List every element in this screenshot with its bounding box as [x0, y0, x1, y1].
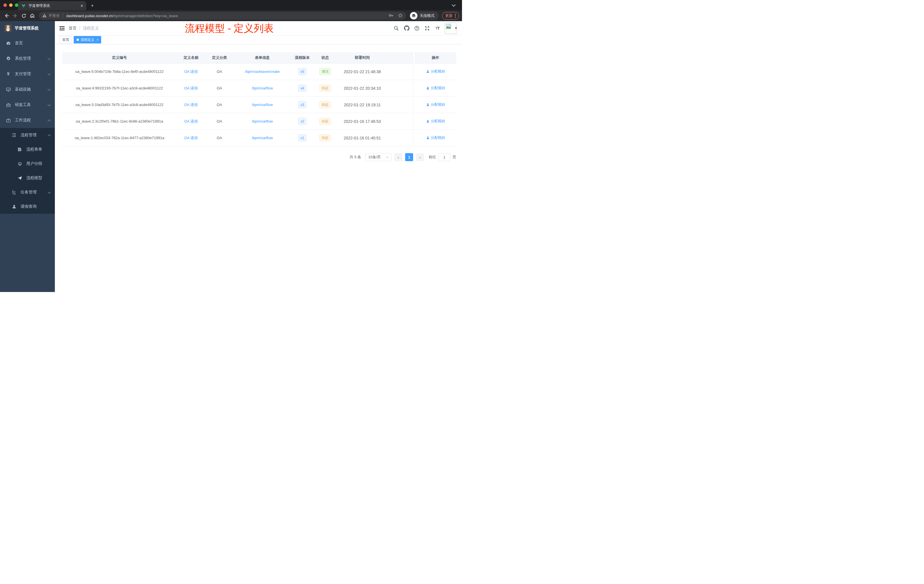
update-button[interactable]: 更新	[442, 12, 459, 20]
sidebar-item-label: 基础设施	[15, 87, 43, 92]
current-page-button[interactable]: 1	[405, 153, 413, 161]
table-header-row: 定义编号 定义名称 定义分类 表单信息 流程版本 状态 部署时间 操作	[62, 52, 456, 63]
avatar-caret-icon[interactable]: ▼	[455, 26, 457, 30]
tag-close-icon[interactable]: ×	[97, 38, 98, 41]
sidebar-item-user-group[interactable]: 用户分组	[0, 157, 55, 171]
form-link[interactable]: /bpm/oa/flow	[252, 102, 273, 107]
definition-name-link[interactable]: OA 请假	[184, 69, 198, 74]
sidebar-item-process-mgmt[interactable]: 流程管理	[0, 128, 55, 142]
tab-close-icon[interactable]: ✕	[80, 4, 83, 8]
cell-form-info: /bpm/oa/flow	[234, 113, 291, 130]
bookmark-star-icon[interactable]	[398, 13, 403, 18]
sidebar-item-devtools[interactable]: 研发工具	[0, 97, 55, 112]
sidebar-logo[interactable]: 芋道管理系统	[0, 21, 55, 35]
version-badge: v4	[298, 84, 307, 92]
forward-icon[interactable]	[12, 12, 19, 20]
back-icon[interactable]	[3, 12, 10, 20]
cell-version: v1	[291, 130, 314, 146]
sidebar-item-label: 请假查询	[21, 204, 51, 209]
sidebar-toggle-icon[interactable]	[59, 26, 64, 31]
form-link[interactable]: /bpm/oa/flow	[252, 86, 273, 90]
pagination-total: 共 5 条	[350, 155, 361, 160]
new-tab-button[interactable]: +	[89, 2, 96, 10]
sidebar-item-label: 流程模型	[26, 175, 51, 181]
form-icon	[17, 147, 22, 152]
chevron-down-icon	[48, 190, 51, 195]
fullscreen-icon[interactable]	[424, 25, 430, 31]
sidebar-item-label: 研发工具	[15, 102, 43, 107]
tab-search-chevron-icon[interactable]	[452, 3, 456, 8]
sidebar-item-task-mgmt[interactable]: 任务管理	[0, 185, 55, 200]
key-icon[interactable]	[389, 13, 393, 18]
browser-tab[interactable]: 芋道管理系统 ✕	[18, 1, 86, 10]
sidebar-item-payment[interactable]: ¥ 支付管理	[0, 66, 55, 82]
reload-icon[interactable]	[20, 12, 27, 20]
tab-title: 芋道管理系统	[28, 3, 78, 8]
briefcase-icon	[6, 118, 11, 123]
assign-rule-button[interactable]: 分配规则	[426, 69, 445, 74]
home-icon[interactable]	[28, 12, 36, 20]
tag-label: 首页	[62, 38, 69, 42]
chevron-down-icon	[48, 102, 51, 107]
content: 定义编号 定义名称 定义分类 表单信息 流程版本 状态 部署时间 操作 oa_	[55, 44, 462, 292]
form-link[interactable]: /bpm/oa/leave/create	[245, 69, 279, 74]
chevron-up-icon	[48, 118, 51, 122]
font-size-icon[interactable]: TT	[435, 25, 440, 31]
sidebar-item-system[interactable]: 系统管理	[0, 51, 55, 66]
breadcrumb-home[interactable]: 首页	[69, 26, 77, 31]
workflow-submenu: 流程管理 流程表单 用户分组	[0, 128, 55, 214]
col-header-version: 流程版本	[291, 52, 314, 63]
next-page-button[interactable]: ›	[416, 153, 424, 161]
tag-home[interactable]: 首页	[59, 36, 72, 43]
breadcrumb: 首页 / 流程定义	[69, 26, 99, 31]
form-link[interactable]: /bpm/oa/flow	[252, 136, 273, 140]
version-badge: v1	[298, 134, 307, 142]
tag-process-definition[interactable]: 流程定义 ×	[74, 36, 101, 43]
status-badge: 挂起	[319, 134, 331, 142]
help-icon[interactable]	[414, 25, 420, 31]
kebab-menu-icon[interactable]	[455, 13, 456, 18]
browser-window: 芋道管理系统 ✕ + 不安全 dashboard.yudao.iocoder.c…	[0, 0, 462, 292]
sidebar-item-workflow[interactable]: 工作流程	[0, 112, 55, 128]
cell-deploy-time: 2022-01-22 19:19:11	[337, 97, 388, 113]
assign-rule-button[interactable]: 分配规则	[426, 102, 445, 107]
zoom-window-button[interactable]	[15, 3, 18, 7]
sidebar-item-leave-query[interactable]: 请假查询	[0, 200, 55, 214]
assign-rule-button[interactable]: 分配规则	[426, 86, 445, 91]
sidebar-item-process-model[interactable]: 流程模型	[0, 171, 55, 185]
definition-name-link[interactable]: OA 请假	[184, 102, 198, 107]
cell-version: v2	[291, 113, 314, 130]
address-bar[interactable]: 不安全 dashboard.yudao.iocoder.cn/bpm/manag…	[39, 12, 406, 20]
page-size-select[interactable]: 10条/页	[365, 153, 391, 161]
user-icon	[426, 103, 430, 107]
prev-page-button[interactable]: ‹	[394, 153, 402, 161]
status-badge: 激活	[319, 68, 331, 75]
cell-definition-name: OA 请假	[177, 130, 205, 146]
close-window-button[interactable]	[3, 3, 7, 7]
cell-version: v5	[291, 63, 314, 80]
goto-page-input[interactable]	[438, 153, 450, 161]
cell-deploy-time: 2022-01-22 21:48:38	[337, 63, 388, 80]
search-icon[interactable]	[393, 25, 399, 31]
url-text[interactable]: dashboard.yudao.iocoder.cn/bpm/manager/d…	[66, 14, 178, 18]
definition-name-link[interactable]: OA 请假	[184, 135, 198, 140]
github-icon[interactable]	[404, 25, 409, 31]
sidebar-item-infra[interactable]: 基础设施	[0, 82, 55, 97]
assign-rule-button[interactable]: 分配规则	[426, 135, 445, 140]
security-warning-icon[interactable]	[42, 13, 46, 18]
chevron-down-icon	[48, 72, 51, 76]
definition-name-link[interactable]: OA 请假	[184, 119, 198, 124]
cell-actions: 分配规则	[414, 63, 456, 80]
assign-rule-button[interactable]: 分配规则	[426, 119, 445, 124]
definition-name-link[interactable]: OA 请假	[184, 86, 198, 91]
robot-icon	[17, 161, 22, 166]
sidebar-item-process-form[interactable]: 流程表单	[0, 142, 55, 157]
sidebar-item-home[interactable]: 首页	[0, 35, 55, 51]
user-icon	[426, 86, 430, 90]
form-link[interactable]: /bpm/oa/flow	[252, 119, 273, 124]
cell-definition-name: OA 请假	[177, 97, 205, 113]
version-badge: v5	[298, 68, 307, 75]
minimize-window-button[interactable]	[9, 3, 13, 7]
security-label[interactable]: 不安全	[49, 13, 60, 18]
col-header-deploy-time: 部署时间	[337, 52, 388, 63]
